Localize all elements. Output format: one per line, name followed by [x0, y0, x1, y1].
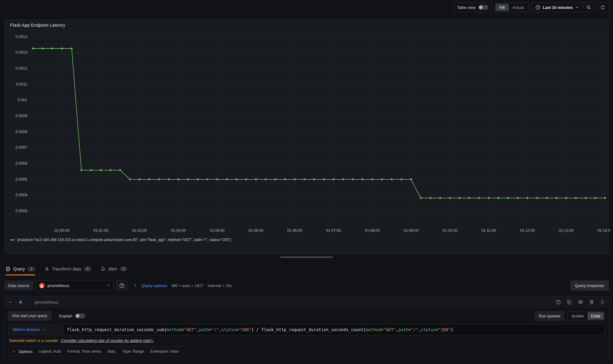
kick-start-query-button[interactable]: Kick start your query [8, 311, 51, 320]
svg-text:01:05:00: 01:05:00 [248, 228, 263, 233]
run-queries-button[interactable]: Run queries [535, 311, 564, 320]
refresh-icon [600, 5, 605, 10]
chevron-right-icon[interactable] [133, 284, 137, 287]
pane-resize-handle[interactable] [280, 256, 333, 258]
chevron-right-icon [42, 328, 45, 331]
time-range-label: Last 15 minutes [543, 5, 573, 10]
duplicate-query-icon[interactable] [567, 300, 572, 305]
magnifier-minus-icon [586, 5, 591, 10]
promql-token: "200" [239, 327, 251, 332]
metrics-browser-label: Metrics browser [13, 328, 40, 332]
tab-alert[interactable]: Alert 0 [101, 262, 127, 275]
transform-icon [44, 266, 49, 271]
promql-token: "GET" [184, 327, 197, 332]
promql-token: , [219, 327, 221, 332]
metrics-browser-toggle[interactable]: Metrics browser [8, 324, 63, 335]
tab-transform-data[interactable]: Transform data 0 [44, 262, 91, 275]
promql-editor-row: Metrics browser flask_http_request_durat… [8, 324, 605, 335]
promql-token: "GET" [383, 327, 396, 332]
y-axis: 0.00140.00130.00120.00110.0010.00090.000… [16, 35, 605, 213]
database-icon [6, 266, 10, 271]
bell-icon [101, 266, 105, 271]
query-ref-id[interactable]: A [19, 300, 22, 305]
latency-chart[interactable]: 0.00140.00130.00120.00110.0010.00090.000… [7, 28, 608, 237]
svg-text:0.0008: 0.0008 [16, 130, 27, 134]
datasource-picker[interactable]: prometheus [36, 281, 114, 290]
option-step: Step: [107, 349, 116, 354]
chart-legend: {instance="ec2-184-169-216-224.us-west-1… [5, 237, 608, 243]
counter-warning: Selected metric is a counter.Consider ca… [9, 338, 604, 343]
promql-token: "200" [438, 327, 451, 332]
explain-label: Explain [59, 314, 72, 318]
table-view-toggle[interactable] [478, 5, 488, 10]
refresh-button[interactable] [597, 2, 609, 12]
svg-text:0.0012: 0.0012 [16, 66, 27, 71]
actual-button[interactable]: Actual [509, 4, 528, 11]
latency-line-series [33, 48, 605, 198]
time-range-picker[interactable]: Last 15 minutes [532, 3, 583, 12]
svg-text:01:06:00: 01:06:00 [287, 228, 302, 233]
svg-text:01:03:00: 01:03:00 [171, 228, 186, 233]
query-editor-card: A (prometheus) [4, 296, 609, 360]
zoom-out-time-button[interactable] [583, 3, 594, 12]
svg-text:01:12:00: 01:12:00 [520, 228, 535, 233]
explain-toggle[interactable] [75, 313, 85, 318]
query-help-icon[interactable] [556, 300, 561, 305]
tab-query-label: Query [13, 266, 25, 271]
svg-text:0.0007: 0.0007 [16, 145, 27, 150]
tab-query-count: 1 [28, 266, 35, 271]
hide-query-eye-icon[interactable] [578, 299, 583, 305]
promql-token: method [167, 327, 182, 332]
latency-chart-svg[interactable]: 0.00140.00130.00120.00110.0010.00090.000… [7, 28, 610, 237]
tab-alert-label: Alert [108, 266, 117, 271]
table-view-group: Table view [454, 2, 492, 12]
svg-text:01:00:00: 01:00:00 [55, 228, 70, 233]
svg-text:01:13:00: 01:13:00 [559, 228, 574, 233]
promql-token: } [451, 327, 453, 332]
collapse-chevron-icon[interactable] [8, 300, 12, 304]
legend-series-label[interactable]: {instance="ec2-184-169-216-224.us-west-1… [17, 238, 231, 242]
datasource-selected-value: prometheus [48, 283, 104, 288]
svg-text:01:14:00: 01:14:00 [598, 228, 610, 233]
x-axis: 01:00:0001:01:0001:02:0001:03:0001:04:00… [55, 34, 610, 233]
fill-button[interactable]: Fill [496, 4, 509, 11]
options-toggle[interactable]: Options [12, 349, 33, 354]
svg-text:01:04:00: 01:04:00 [210, 228, 225, 233]
add-rate-link[interactable]: Consider calculating rate of counter by … [61, 338, 154, 343]
datasource-help-button[interactable] [116, 281, 127, 290]
code-mode-button[interactable]: Code [588, 312, 604, 320]
svg-text:0.0003: 0.0003 [16, 209, 27, 213]
svg-text:0.001: 0.001 [18, 98, 27, 102]
option-format: Format: Time series [67, 349, 101, 354]
svg-text:0.0014: 0.0014 [16, 35, 27, 39]
time-picker-group: Last 15 minutes [531, 2, 595, 12]
promql-token: status [221, 327, 236, 332]
query-inspector-button[interactable]: Query inspector [570, 281, 609, 290]
panel-title: Flask App Endpoint Latency [5, 20, 608, 28]
delete-query-trash-icon[interactable] [589, 300, 594, 305]
tab-query[interactable]: Query 1 [6, 262, 35, 275]
promql-token: flask_http_request_duration_seconds_sum{ [67, 327, 167, 332]
fill-actual-group: Fill Actual [494, 2, 529, 12]
promql-query-input[interactable]: flask_http_request_duration_seconds_sum{… [63, 324, 605, 335]
options-label: Options [19, 349, 33, 354]
svg-text:01:10:00: 01:10:00 [443, 228, 458, 233]
builder-mode-button[interactable]: Builder [568, 312, 587, 320]
query-row-header[interactable]: A (prometheus) [5, 297, 608, 308]
svg-text:01:02:00: 01:02:00 [132, 228, 147, 233]
svg-text:0.0006: 0.0006 [16, 161, 27, 166]
svg-text:01:11:00: 01:11:00 [481, 228, 496, 233]
table-view-label: Table view [457, 5, 476, 10]
toggle-knob [479, 6, 483, 9]
query-editor-toolbar: Kick start your query Explain Run querie… [8, 311, 605, 320]
datasource-label: Data source [4, 281, 33, 290]
tab-transform-count: 0 [84, 266, 91, 271]
svg-text:0.0005: 0.0005 [16, 177, 27, 182]
drag-handle-icon[interactable] [600, 300, 605, 305]
editor-tabs: Query 1 Transform data 0 Alert 0 [0, 262, 613, 276]
promql-token: = [408, 327, 411, 332]
option-type: Type: Range [122, 349, 144, 354]
query-toolbar-right: Run queries Builder Code [535, 311, 605, 320]
query-options-toggle[interactable]: Query options [141, 283, 167, 288]
promql-token: , [418, 327, 421, 332]
